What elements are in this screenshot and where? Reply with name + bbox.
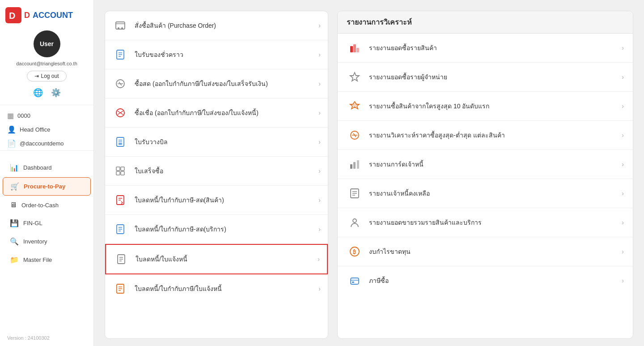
svg-rect-13 [119,143,122,145]
svg-rect-22 [350,46,353,52]
debit-tax-invoice-icon [112,281,128,297]
temp-receipt-icon [112,47,128,63]
chevron-icon-2: › [318,51,321,58]
sidebar-item-order-to-cash[interactable]: 🖥 Order-to-Cash [3,196,91,214]
sidebar-divider [0,105,93,105]
report-profit-loss-label: งบกำไรขาดทุน [369,247,615,256]
svg-rect-24 [356,48,359,52]
svg-point-3 [118,27,119,29]
logout-button[interactable]: ⇥ Log out [27,71,66,81]
demo-account-item: 📄 @daccountdemo [0,137,93,150]
report-chevron-8: › [622,248,624,255]
report-purchase-product-label: รายงานยอดซื้อรายสินค้า [369,43,615,53]
file-icon: 📁 [10,256,19,264]
sidebar-item-master-file[interactable]: 📁 Master File [3,251,91,269]
sidebar-item-dashboard[interactable]: 📊 Dashboard [3,159,91,176]
main-content: สั่งซื้อสินค้า (Purchase Order) › ใบรับข… [94,0,644,346]
report-item-sales-summary[interactable]: รายงานยอดขายรวมรายสินค้าและบริการ › [338,208,633,237]
logout-icon: ⇥ [34,73,39,79]
logo-text: D [24,11,30,20]
debit-invoice-label: ใบลดหนี้/ใบแจ้งหนี้ [136,254,311,264]
sidebar-divider-2 [0,150,93,151]
menu-item-debit-note-goods[interactable]: ใบลดหนี้/ใบกำกับภาษี-สด(สินค้า) › [105,186,328,215]
version-label: Version : 24100302 [0,332,50,342]
report-top10-label: รายงานซื้อสินค้าจากใครสูงสุด 10 อันดับแร… [369,101,615,111]
report-item-purchase-by-vendor[interactable]: รายงานยอดซื้อรายผู้จำหน่าย › [338,63,633,92]
report-item-creditor-card[interactable]: รายงานการ์ดเจ้าหนี้ › [338,150,633,179]
temp-receipt-label: ใบรับของชั่วคราว [135,50,312,60]
report-sales-summary-icon [347,214,363,231]
report-purchase-tax-label: ภาษีซื้อ [369,276,615,286]
menu-item-debit-tax-invoice[interactable]: ใบลดหนี้/ใบกำกับภาษี/ใบแจ้งหนี้ › [105,274,328,303]
report-chevron-2: › [622,73,624,81]
report-item-profit-loss[interactable]: ₿ งบกำไรขาดทุน › [338,237,633,266]
menu-item-billing-receipt[interactable]: ใบรับวางบิล › [105,128,328,157]
globe-icon[interactable]: 🌐 [33,88,43,98]
report-purchase-tax-icon [347,273,363,289]
report-chevron-5: › [622,161,624,168]
reports-panel: รายงานการวิเคราะห์ รายงานยอดซื้อรายสินค้… [337,11,633,339]
svg-rect-2 [116,22,125,29]
settings-icon[interactable]: ⚙️ [51,88,61,98]
svg-rect-17 [121,171,124,175]
purchase-complete-icon [112,163,128,179]
chevron-icon: › [318,22,321,29]
svg-rect-14 [116,167,120,171]
svg-marker-25 [350,73,359,81]
report-purchase-product-icon [347,40,363,56]
sidebar-item-inventory[interactable]: 🔍 Inventory [3,233,91,250]
debit-note-goods-icon [112,192,128,208]
menu-item-debit-invoice[interactable]: ใบลดหนี้/ใบแจ้งหนี้ › [105,244,328,274]
chevron-icon-6: › [318,167,321,175]
menu-item-purchase-order[interactable]: สั่งซื้อสินค้า (Purchase Order) › [105,11,328,40]
sidebar: D D ACCOUNT User daccount@trianglesoft.c… [0,0,94,346]
report-item-top10-vendor[interactable]: รายงานซื้อสินค้าจากใครสูงสุด 10 อันดับแร… [338,92,633,121]
svg-rect-31 [353,162,356,169]
menu-item-temp-receipt[interactable]: ใบรับของชั่วคราว › [105,40,328,69]
svg-rect-16 [116,171,120,175]
report-item-creditor-remain[interactable]: รายงานเจ้าหนี้คงเหลือ › [338,179,633,208]
database-icon: 💾 [10,219,19,227]
report-purchase-vendor-label: รายงานยอดซื้อรายผู้จำหน่าย [369,72,615,82]
report-chevron-6: › [622,190,624,197]
svg-point-4 [121,27,123,29]
svg-rect-32 [357,160,359,169]
logo-icon: D [5,7,21,23]
chevron-icon-5: › [318,138,321,145]
sidebar-nav: 📊 Dashboard 🛒 Procure-to-Pay 🖥 Order-to-… [0,158,93,269]
report-chevron-1: › [622,44,624,51]
menu-item-debit-note-service[interactable]: ใบลดหนี้/ใบกำกับภาษี-สด(บริการ) › [105,215,328,244]
menu-item-cash-purchase[interactable]: ซื้อสด (ออกใบกำกับภาษี/ใบส่งของ/ใบเสร็จร… [105,69,328,98]
report-creditor-card-label: รายงานการ์ดเจ้าหนี้ [369,159,615,169]
report-chevron-7: › [622,219,624,226]
sidebar-item-procure-to-pay[interactable]: 🛒 Procure-to-Pay [3,177,91,196]
report-profit-loss-icon: ₿ [347,243,363,260]
credit-purchase-icon [112,105,128,121]
menu-item-purchase-complete[interactable]: ใบเสร็จซื้อ › [105,157,328,186]
doc-icon: 📄 [7,139,16,148]
report-item-purchase-tax[interactable]: ภาษีซื้อ › [338,266,633,295]
credit-purchase-label: ซื้อเชื่อ (ออกใบกำกับภาษี/ใบส่งของ/ใบแจ้… [135,108,312,118]
report-creditor-card-icon [347,156,363,172]
sidebar-item-fin-gl[interactable]: 💾 FIN-GL [3,214,91,232]
report-top10-icon [347,98,363,114]
logo: D D ACCOUNT [0,7,78,23]
billing-receipt-icon [112,134,128,150]
purchase-complete-label: ใบเสร็จซื้อ [135,166,312,176]
menu-item-credit-purchase[interactable]: ซื้อเชื่อ (ออกใบกำกับภาษี/ใบส่งของ/ใบแจ้… [105,98,328,128]
menu-panel: สั่งซื้อสินค้า (Purchase Order) › ใบรับข… [105,11,328,339]
svg-rect-38 [352,282,354,283]
chevron-icon-7: › [318,196,321,204]
user-email: daccount@trianglesoft.co.th [13,61,81,66]
search-icon: 🔍 [10,237,19,246]
purchase-order-icon [112,17,128,34]
report-creditor-remain-label: รายงานเจ้าหนี้คงเหลือ [369,188,615,198]
report-item-purchase-by-product[interactable]: รายงานยอดซื้อรายสินค้า › [338,34,633,63]
user-avatar: User [34,30,60,57]
chevron-icon-4: › [318,109,321,116]
debit-note-service-label: ใบลดหนี้/ใบกำกับภาษี-สด(บริการ) [135,224,312,234]
report-chevron-3: › [622,103,624,110]
cash-purchase-icon [112,76,128,92]
report-item-price-analysis[interactable]: รายงานวิเคราะห์ราคาซื้อสูงสุด-ต่ำสุด แต่… [338,121,633,150]
debit-note-service-icon [112,221,128,237]
